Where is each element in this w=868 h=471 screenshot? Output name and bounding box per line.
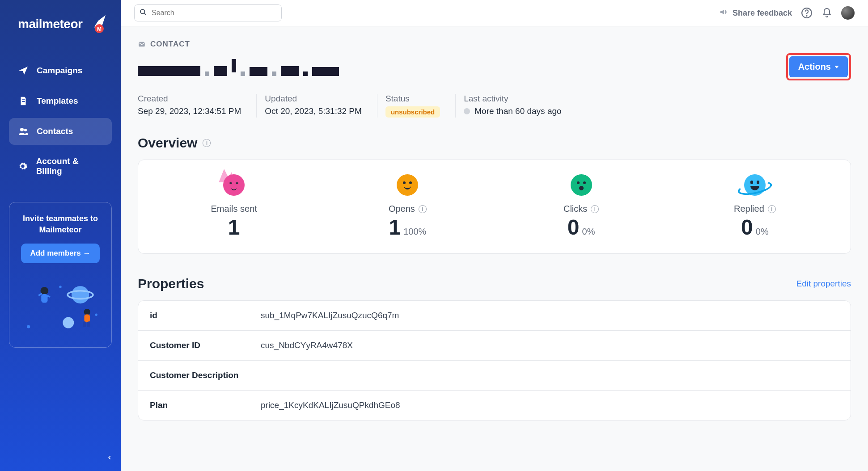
meta-last-activity: Last activity More than 60 days ago [464, 94, 576, 118]
avatar[interactable] [841, 6, 855, 20]
mail-icon [138, 40, 146, 48]
gear-icon [18, 161, 28, 172]
svg-point-10 [95, 314, 97, 316]
invite-illustration [17, 271, 104, 338]
chevron-down-icon [834, 66, 839, 68]
svg-point-5 [24, 129, 27, 131]
activity-dot-icon [464, 108, 470, 114]
property-row: Customer ID cus_NbdCYyRA4w478X [138, 331, 851, 361]
property-row: id sub_1MqPw7KALIjZusuQzucQ6q7m [138, 301, 851, 331]
sidebar-item-contacts[interactable]: Contacts [9, 118, 112, 145]
help-icon[interactable] [801, 7, 813, 19]
brand-logo[interactable]: mailmeteor M [9, 13, 112, 35]
breadcrumb: CONTACT [138, 40, 851, 49]
bell-icon[interactable] [821, 8, 832, 18]
svg-point-4 [20, 128, 24, 131]
megaphone-icon [719, 8, 728, 19]
yellow-face-icon [397, 174, 418, 196]
planet-face-icon [744, 174, 766, 196]
share-feedback-button[interactable]: Share feedback [719, 8, 792, 19]
info-icon[interactable]: i [591, 205, 599, 213]
topbar: Share feedback [121, 0, 868, 26]
sidebar-item-label: Campaigns [37, 66, 82, 76]
sidebar-item-campaigns[interactable]: Campaigns [9, 57, 112, 84]
info-icon[interactable]: i [203, 139, 211, 147]
main: Share feedback CONTACT [121, 0, 868, 471]
add-members-button[interactable]: Add members → [21, 244, 99, 263]
svg-rect-13 [41, 294, 47, 303]
green-face-icon [571, 174, 592, 196]
pink-face-icon [223, 174, 245, 196]
svg-text:M: M [97, 26, 102, 32]
document-icon [18, 96, 29, 106]
meta-created: Created Sep 29, 2023, 12:34:51 PM [138, 94, 257, 118]
search-icon [140, 8, 147, 17]
stat-clicks: Clicksi 00% [495, 172, 668, 238]
actions-button[interactable]: Actions [789, 56, 848, 77]
svg-rect-19 [87, 322, 90, 327]
brand-name: mailmeteor [18, 17, 82, 31]
properties-table: id sub_1MqPw7KALIjZusuQzucQ6q7m Customer… [138, 300, 851, 421]
stat-opens: Opensi 1100% [321, 172, 494, 238]
sidebar-collapse-toggle[interactable] [106, 454, 113, 463]
meteor-icon: M [86, 13, 107, 35]
stat-replied: Repliedi 00% [668, 172, 842, 238]
sidebar: mailmeteor M Campaigns Templates Contact… [0, 0, 121, 471]
sidebar-nav: Campaigns Templates Contacts Account & B… [9, 57, 112, 184]
send-icon [18, 65, 29, 76]
svg-point-9 [27, 325, 30, 328]
invite-card: Invite teammates to Mailmeteor Add membe… [9, 202, 112, 348]
svg-point-20 [140, 9, 144, 13]
overview-title: Overview i [138, 135, 851, 151]
actions-button-highlight: Actions [786, 53, 851, 80]
invite-title: Invite teammates to Mailmeteor [17, 213, 104, 236]
meta-status: Status unsubscribed [385, 94, 456, 118]
svg-rect-3 [22, 101, 25, 102]
sidebar-item-label: Contacts [37, 126, 73, 136]
svg-point-8 [63, 317, 74, 328]
overview-card: Emails sent 1 Opensi 1100% Clicksi 00% R… [138, 160, 851, 254]
sidebar-item-label: Templates [37, 96, 78, 106]
sidebar-item-account-billing[interactable]: Account & Billing [9, 148, 112, 184]
svg-point-6 [72, 286, 89, 304]
property-row: Plan price_1KcyKdKALIjZusuQPkdhGEo8 [138, 391, 851, 420]
edit-properties-link[interactable]: Edit properties [796, 279, 851, 289]
svg-rect-18 [83, 322, 86, 327]
meta-row: Created Sep 29, 2023, 12:34:51 PM Update… [138, 94, 851, 118]
property-row: Customer Description [138, 361, 851, 391]
search-input[interactable] [134, 4, 282, 21]
sidebar-item-templates[interactable]: Templates [9, 88, 112, 114]
content: CONTACT Actions [121, 26, 868, 434]
svg-rect-2 [22, 99, 25, 100]
properties-title: Properties [138, 276, 204, 291]
svg-rect-17 [84, 315, 89, 323]
stat-emails-sent: Emails sent 1 [147, 172, 321, 238]
status-badge: unsubscribed [385, 106, 440, 118]
meta-updated: Updated Oct 20, 2023, 5:31:32 PM [265, 94, 377, 118]
svg-point-16 [84, 309, 90, 315]
info-icon[interactable]: i [419, 205, 427, 213]
contact-title-redacted [138, 58, 339, 76]
sidebar-item-label: Account & Billing [36, 156, 103, 176]
svg-point-22 [806, 16, 807, 16]
people-icon [18, 126, 29, 137]
info-icon[interactable]: i [768, 205, 776, 213]
svg-point-11 [59, 286, 61, 288]
